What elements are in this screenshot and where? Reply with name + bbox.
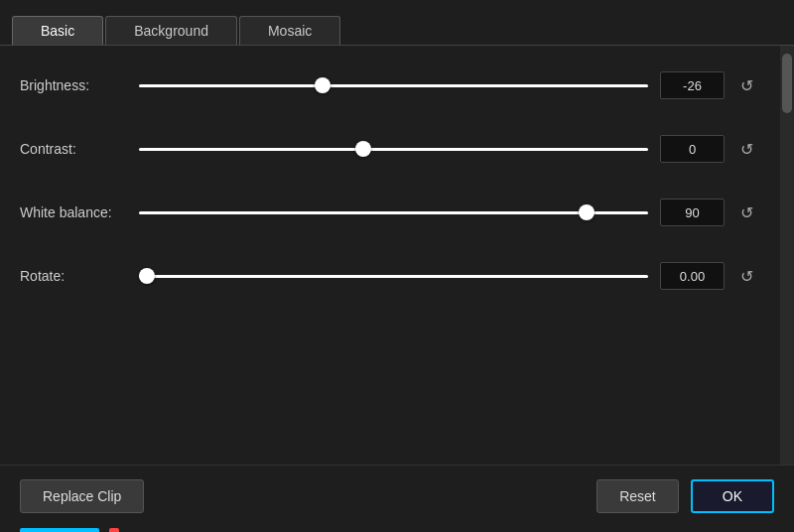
brightness-reset-icon[interactable]: ↺ — [732, 71, 760, 99]
white-balance-track — [139, 211, 648, 214]
brightness-value-input[interactable] — [660, 71, 725, 99]
brightness-thumb[interactable] — [315, 77, 331, 93]
content-area: Brightness: ↺ Contrast: — [0, 46, 780, 465]
panel: Basic Background Mosaic Brightness: — [0, 0, 794, 532]
tab-basic[interactable]: Basic — [12, 16, 103, 45]
rotate-label: Rotate: — [20, 268, 139, 284]
white-balance-slider-container — [139, 202, 648, 222]
content-wrapper: Brightness: ↺ Contrast: — [0, 46, 794, 465]
brightness-slider-container — [139, 75, 648, 95]
contrast-thumb[interactable] — [355, 141, 371, 157]
white-balance-row: White balance: ↺ — [20, 193, 760, 232]
reset-button[interactable]: Reset — [596, 479, 679, 513]
contrast-label: Contrast: — [20, 141, 139, 157]
tab-mosaic[interactable]: Mosaic — [239, 16, 340, 45]
contrast-track — [139, 148, 648, 151]
replace-clip-button[interactable]: Replace Clip — [20, 479, 144, 513]
rotate-thumb[interactable] — [139, 268, 155, 284]
white-balance-reset-icon[interactable]: ↺ — [732, 199, 760, 226]
contrast-slider-container — [139, 139, 648, 159]
tab-bar: Basic Background Mosaic — [0, 0, 794, 46]
white-balance-value-input[interactable] — [660, 199, 725, 226]
contrast-reset-icon[interactable]: ↺ — [732, 135, 760, 163]
bottom-bar — [0, 526, 794, 532]
tab-background[interactable]: Background — [105, 16, 237, 45]
ok-button[interactable]: OK — [691, 479, 774, 513]
rotate-track — [139, 275, 648, 278]
bottom-red-indicator — [109, 528, 119, 532]
footer-right: Reset OK — [596, 479, 774, 513]
white-balance-thumb[interactable] — [579, 204, 595, 220]
rotate-row: Rotate: ↺ — [20, 256, 760, 296]
rotate-value-input[interactable] — [660, 262, 725, 290]
scrollbar-track[interactable] — [780, 46, 794, 465]
rotate-slider-container — [139, 266, 648, 286]
footer: Replace Clip Reset OK — [0, 465, 794, 526]
brightness-label: Brightness: — [20, 77, 139, 93]
rotate-reset-icon[interactable]: ↺ — [732, 262, 760, 290]
brightness-row: Brightness: ↺ — [20, 66, 760, 105]
contrast-value-input[interactable] — [660, 135, 725, 163]
scrollbar-thumb[interactable] — [782, 54, 792, 113]
contrast-row: Contrast: ↺ — [20, 129, 760, 169]
white-balance-label: White balance: — [20, 204, 139, 220]
bottom-blue-indicator — [20, 528, 99, 532]
brightness-track — [139, 84, 648, 87]
